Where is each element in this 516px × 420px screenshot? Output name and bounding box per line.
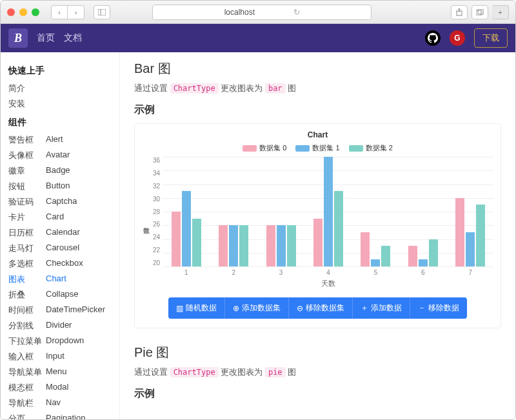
bar[interactable] [219,225,228,266]
bar-group [163,191,210,266]
sidebar-item[interactable]: 输入框Input [8,349,119,365]
bar[interactable] [277,225,286,266]
bar[interactable] [229,225,238,266]
code-bar: bar [265,83,286,94]
sidebar-item[interactable]: 卡片Card [8,210,119,225]
sidebar-item[interactable]: 警告框Alert [8,132,119,148]
traffic-lights [7,8,39,16]
panel-icon [98,9,106,15]
bar[interactable] [361,232,370,266]
plus-icon: ＋ [361,303,368,314]
close-window-icon[interactable] [7,8,15,16]
bar[interactable] [455,198,464,266]
sidebar-item[interactable]: 模态框Modal [8,380,119,395]
pie-section-title: Pie 图 [134,344,501,361]
bar-section-desc: 通过设置 ChartType 更改图表为 bar 图 [134,83,501,94]
nav-docs[interactable]: 文档 [64,32,82,44]
legend-swatch [349,145,363,152]
reload-icon[interactable]: ↻ [293,8,300,17]
bar-group [399,239,446,267]
sidebar-item[interactable]: 折叠Collapse [8,287,119,303]
svg-rect-4 [478,9,483,14]
back-button[interactable]: ‹ [51,5,68,19]
bar[interactable] [313,219,322,266]
sidebar-group-title: 快速上手 [8,65,119,77]
minus-circle-icon: ⊖ [297,304,303,313]
gitee-icon[interactable]: G [450,30,465,46]
bar[interactable] [287,225,296,266]
svg-rect-3 [476,10,481,15]
bar[interactable] [239,225,248,266]
sidebar-item[interactable]: 图表Chart [8,272,119,287]
forward-button[interactable]: › [68,5,84,19]
bar[interactable] [466,232,475,266]
sidebar-item[interactable]: 导航栏Nav [8,395,119,411]
nav-home[interactable]: 首页 [37,32,55,44]
sidebar-item[interactable]: 分页Pagination [8,411,119,419]
bars-icon: ▥ [176,304,183,313]
sidebar-item[interactable]: 导航菜单Menu [8,365,119,380]
bar[interactable] [371,259,380,266]
bar[interactable] [381,246,390,266]
bar[interactable] [172,212,181,266]
url-text: localhost [224,8,255,17]
sidebar-item[interactable]: 下拉菜单Dropdown [8,334,119,349]
bar-section-title: Bar 图 [134,60,501,77]
browser-titlebar: ‹ › localhost ↻ + [1,1,515,24]
logo-icon[interactable]: B [8,28,28,48]
bar[interactable] [334,191,343,266]
plus-circle-icon: ⊕ [233,304,239,313]
chart-title: Chart [141,130,494,139]
legend-item[interactable]: 数据集 1 [295,143,339,153]
sidebar-item[interactable]: 头像框Avatar [8,148,119,163]
sidebar-item[interactable]: 简介 [8,81,119,96]
legend-item[interactable]: 数据集 2 [349,143,393,153]
download-button[interactable]: 下载 [474,28,508,48]
sidebar-item[interactable]: 安装 [8,96,119,112]
sidebar-item[interactable]: 日历框Calendar [8,225,119,241]
bar[interactable] [408,246,417,266]
bar[interactable] [476,205,485,266]
bar[interactable] [182,191,191,266]
tabs-button[interactable] [471,5,488,19]
remove-dataset-button[interactable]: ⊖移除数据集 [288,297,352,319]
maximize-window-icon[interactable] [32,8,39,16]
legend-item[interactable]: 数据集 0 [243,143,286,153]
remove-data-button[interactable]: －移除数据 [410,297,467,319]
sidebar: 快速上手简介安装组件警告框Alert头像框Avatar徽章Badge按钮Butt… [1,52,120,419]
add-data-button[interactable]: ＋添加数据 [352,297,410,319]
sidebar-item[interactable]: 按钮Button [8,179,119,194]
legend-swatch [243,145,257,152]
chart-toolbar: ▥随机数据 ⊕添加数据集 ⊖移除数据集 ＋添加数据 －移除数据 [141,297,494,319]
sidebar-item[interactable]: 多选框Checkbox [8,256,119,272]
chart-legend: 数据集 0数据集 1数据集 2 [141,143,494,153]
bar[interactable] [266,225,275,266]
sidebar-item[interactable]: 走马灯Carousel [8,241,119,256]
code-charttype: ChartType [170,83,219,94]
add-dataset-button[interactable]: ⊕添加数据集 [224,297,288,319]
browser-window: ‹ › localhost ↻ + B 首页 文档 G 下载 [0,0,516,420]
share-button[interactable] [451,5,468,19]
chart-bars [163,157,494,266]
sidebar-item[interactable]: 验证码Captcha [8,194,119,210]
sidebar-item[interactable]: 时间框DateTimePicker [8,303,119,318]
sidebar-toggle-button[interactable] [94,5,110,19]
github-icon[interactable] [425,30,441,46]
random-data-button[interactable]: ▥随机数据 [168,297,224,319]
url-bar[interactable]: localhost ↻ [152,5,372,20]
bar[interactable] [192,219,201,266]
sidebar-item[interactable]: 徽章Badge [8,163,119,179]
legend-swatch [295,145,310,152]
bar[interactable] [324,157,333,266]
share-icon [456,8,462,16]
bar-group [257,225,304,266]
bar[interactable] [429,239,438,267]
bar-group [447,198,494,266]
bar-group [352,232,399,266]
main-content: Bar 图 通过设置 ChartType 更改图表为 bar 图 示例 Char… [120,52,515,419]
minimize-window-icon[interactable] [19,8,27,16]
new-tab-button[interactable]: + [492,5,509,19]
bar-group [304,157,352,266]
bar[interactable] [419,259,428,266]
sidebar-item[interactable]: 分割线Divider [8,318,119,334]
